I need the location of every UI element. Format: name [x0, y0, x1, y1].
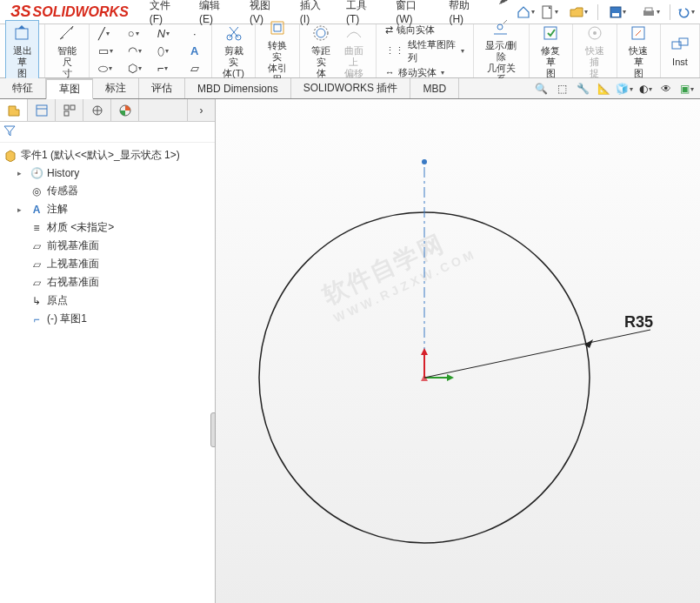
plane-icon: ▱ — [30, 258, 43, 271]
svg-rect-2 — [612, 13, 619, 17]
repair-icon — [540, 23, 561, 44]
new-button[interactable]: ▾ — [538, 3, 561, 22]
svg-line-29 — [424, 330, 650, 378]
zoom-area-button[interactable]: ⬚ — [552, 80, 571, 97]
centerline-endpoint[interactable] — [422, 159, 427, 164]
tree-root-part[interactable]: 零件1 (默认<<默认>_显示状态 1>) — [2, 146, 213, 164]
tab-features[interactable]: 特征 — [0, 78, 46, 98]
tab-annotate[interactable]: 标注 — [93, 78, 139, 98]
radius-dimension[interactable]: R35 — [424, 313, 653, 378]
main-content: › 零件1 (默认<<默认>_显示状态 1>) ▸🕘History ◎传感器 ▸… — [0, 99, 700, 603]
feature-manager-tab[interactable] — [0, 99, 28, 121]
circle-tool[interactable]: ○▾ — [126, 26, 152, 42]
plane-icon: ▱ — [30, 276, 43, 290]
rectangle-tool[interactable]: ▭▾ — [97, 44, 123, 59]
graphics-viewport[interactable]: 软件自学网 WWW.RJZXW.COM R35 — [216, 99, 700, 603]
plane-tool[interactable]: ▱ — [185, 61, 204, 77]
print-button[interactable]: ▾ — [635, 3, 666, 22]
display-manager-tab[interactable] — [111, 99, 139, 121]
logo-ds-icon: ЗS — [10, 3, 31, 21]
dimxpert-manager-tab[interactable] — [83, 99, 111, 121]
instant-button[interactable]: Inst — [666, 32, 694, 70]
tab-mbd[interactable]: MBD — [410, 78, 459, 98]
polygon-tool[interactable]: ⬡▾ — [126, 61, 152, 77]
history-icon: 🕘 — [30, 166, 43, 180]
line-tool[interactable]: ╱▾ — [97, 26, 123, 42]
undo-button[interactable]: ▾ — [674, 3, 697, 22]
spline-tool[interactable]: N▾ — [156, 26, 182, 42]
repair-sketch-button[interactable]: 修复草 图 — [535, 21, 567, 81]
previous-view-button[interactable]: 🔧 — [573, 80, 592, 97]
hide-show-button[interactable]: 👁 — [657, 80, 676, 97]
quick-snap-button: 快速捕 捉 — [578, 21, 610, 81]
display-style-button[interactable]: ◐▾ — [636, 80, 655, 97]
svg-rect-22 — [64, 111, 69, 116]
rapid-sketch-label: 快速草 图 — [626, 45, 651, 79]
open-button[interactable]: ▾ — [563, 3, 594, 22]
rapid-sketch-button[interactable]: 快速草 图 — [623, 21, 655, 81]
tab-solidworks-addins[interactable]: SOLIDWORKS 插件 — [291, 78, 411, 98]
section-view-button[interactable]: 📐 — [594, 80, 613, 97]
exit-sketch-label: 退出草 图 — [10, 45, 35, 79]
zoom-fit-button[interactable]: 🔍 — [531, 80, 550, 97]
mirror-entities-button[interactable]: ⇄镜向实体 — [382, 23, 438, 37]
tab-sketch[interactable]: 草图 — [46, 78, 93, 99]
point-tool[interactable]: · — [185, 26, 204, 42]
sketch-canvas: R35 — [216, 99, 700, 603]
appearance-button[interactable]: ▣▾ — [677, 80, 697, 97]
arc-tool[interactable]: ◠▾ — [126, 44, 152, 59]
pattern-icon: ⋮⋮ — [385, 45, 404, 57]
svg-point-14 — [593, 31, 597, 35]
fillet-tool[interactable]: ⌐▾ — [156, 61, 182, 77]
origin-triad — [421, 348, 454, 381]
feature-tree: 零件1 (默认<<默认>_显示状态 1>) ▸🕘History ◎传感器 ▸A注… — [0, 143, 215, 603]
tree-right-plane[interactable]: ▱右视基准面 — [16, 273, 213, 291]
linear-pattern-button[interactable]: ⋮⋮线性草图阵列▾ — [382, 37, 469, 65]
smart-dimension-button[interactable]: 智能尺 寸 — [50, 21, 83, 81]
tree-sketch1[interactable]: ⌐(-) 草图1 — [16, 310, 213, 328]
slot-tool[interactable]: ⬭▾ — [97, 61, 123, 77]
svg-point-11 — [497, 24, 503, 30]
plane-icon: ▱ — [30, 239, 43, 253]
surface-offset-icon — [343, 23, 364, 44]
sensors-icon: ◎ — [30, 184, 43, 198]
brand-text: SOLIDWORKS — [33, 4, 129, 20]
svg-rect-18 — [37, 105, 47, 116]
quick-snap-icon — [584, 23, 605, 44]
svg-rect-4 — [645, 8, 652, 11]
move-entities-button[interactable]: ↔移动实体▾ — [382, 65, 448, 80]
ellipse-tool[interactable]: ⬯▾ — [156, 44, 182, 59]
instant-icon — [670, 34, 690, 55]
tree-origin[interactable]: ↳原点 — [16, 291, 213, 310]
tree-material[interactable]: ≡材质 <未指定> — [16, 218, 213, 237]
offset-label: 等距实 体 — [309, 45, 334, 79]
quick-access-toolbar: ▾ ▾ ▾ ▾ ▾ ▾ — [514, 3, 697, 22]
mirror-icon: ⇄ — [385, 24, 393, 36]
tab-evaluate[interactable]: 评估 — [139, 78, 185, 98]
exit-sketch-icon — [12, 23, 33, 44]
property-manager-tab[interactable] — [28, 99, 56, 121]
tree-sensors[interactable]: ◎传感器 — [16, 182, 213, 200]
panel-expand-button[interactable]: › — [187, 99, 215, 121]
text-tool[interactable]: A — [185, 44, 204, 59]
tab-mbd-dimensions[interactable]: MBD Dimensions — [185, 78, 291, 98]
command-manager-tabs: 特征 草图 标注 评估 MBD Dimensions SOLIDWORKS 插件… — [0, 78, 700, 99]
display-relations-button[interactable]: 显示/删除 几何关系 — [479, 16, 523, 87]
configuration-manager-tab[interactable] — [56, 99, 83, 121]
save-button[interactable]: ▾ — [602, 3, 633, 22]
tree-front-plane[interactable]: ▱前视基准面 — [16, 237, 213, 255]
convert-entities-button[interactable]: 转换实 体引用 — [261, 16, 293, 87]
offset-entities-button[interactable]: 等距实 体 — [305, 21, 337, 81]
repair-label: 修复草 图 — [538, 45, 563, 79]
move-icon: ↔ — [385, 67, 395, 77]
view-orientation-button[interactable]: 🧊▾ — [615, 80, 634, 97]
exit-sketch-button[interactable]: 退出草 图 — [5, 20, 39, 82]
tree-annotations[interactable]: ▸A注解 — [16, 200, 213, 218]
instant-label: Inst — [672, 57, 688, 68]
manager-tabs: › — [0, 99, 215, 122]
tree-top-plane[interactable]: ▱上视基准面 — [16, 255, 213, 273]
trim-entities-button[interactable]: 剪裁实 体(T) — [217, 21, 250, 81]
filter-icon[interactable] — [3, 124, 16, 139]
tree-history[interactable]: ▸🕘History — [16, 164, 213, 182]
home-button[interactable]: ▾ — [514, 3, 537, 22]
